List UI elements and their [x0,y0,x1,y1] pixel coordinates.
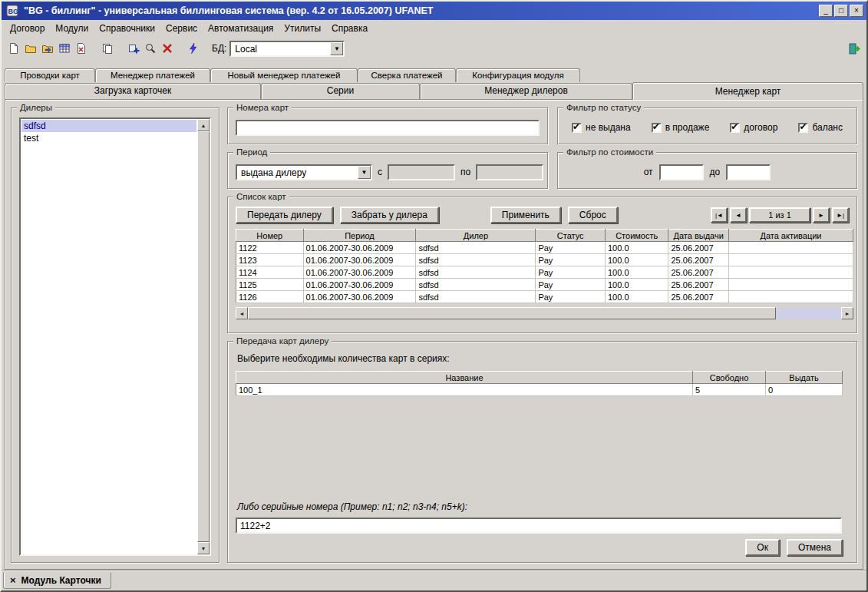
table-cell: 100_1 [236,384,693,396]
new-document-icon[interactable] [6,41,21,56]
column-header[interactable]: Выдать [766,372,843,384]
scroll-left-icon[interactable]: ◄ [236,307,248,319]
period-to-input[interactable] [476,164,543,180]
table-cell: Pay [536,291,606,303]
column-header[interactable]: Стоимость [605,230,668,242]
period-type-value: выдана дилеру [237,166,358,179]
status-checkbox-1[interactable]: ✔не выдана [572,122,631,133]
checkbox-label: договор [744,122,777,133]
table-cell: Pay [536,242,606,254]
chevron-down-icon[interactable]: ▼ [330,42,343,55]
period-from-input[interactable] [388,164,455,180]
serial-numbers-input[interactable] [236,518,842,534]
chevron-down-icon[interactable]: ▼ [358,166,371,179]
add-record-icon[interactable] [126,41,141,56]
tab-r2-4[interactable]: Менеджер карт [632,82,863,100]
find-edit-icon[interactable] [143,41,158,56]
menu-item-3[interactable]: Справочники [94,21,160,35]
column-header[interactable]: Дата выдачи [668,230,728,242]
menu-item-5[interactable]: Автоматизация [203,21,279,35]
reset-button[interactable]: Сброс [568,207,618,223]
module-tab-cards[interactable]: × Модуль Карточки [3,572,111,589]
tab-r2-2[interactable]: Серии [261,83,420,99]
column-header[interactable]: Номер [236,230,304,242]
previous-page-icon[interactable]: ◄ [730,207,747,223]
list-item[interactable]: sdfsd [21,120,196,132]
table-row[interactable]: 112501.06.2007-30.06.2009sdfsdPay100.025… [236,279,853,291]
check-icon: ✔ [573,121,580,132]
list-item[interactable]: test [21,132,196,144]
dealers-scrollbar[interactable]: ▲ ▼ [197,119,210,554]
delete-document-icon[interactable] [74,41,89,56]
tab-r2-3[interactable]: Менеджер дилеров [420,83,632,99]
table-row[interactable]: 100_150 [236,384,843,396]
minimize-icon[interactable]: _ [819,5,833,17]
title-bar[interactable]: BG "BG - биллинг" - универсальная биллин… [2,2,866,20]
table-cell: 0 [766,384,843,396]
scroll-down-icon[interactable]: ▼ [197,542,210,554]
status-checkbox-2[interactable]: ✔в продаже [652,122,710,133]
tab-r1-3[interactable]: Новый менеджер платежей [210,68,358,82]
db-select[interactable]: Local ▼ [229,41,345,57]
import-folder-icon[interactable] [40,41,55,56]
first-page-icon[interactable]: |◄ [711,207,728,223]
close-icon[interactable]: × [850,5,863,17]
dealers-list[interactable]: sdfsdtest ▲ ▼ [19,117,211,556]
tab-r2-1[interactable]: Загрузка карточек [5,83,261,99]
menu-item-2[interactable]: Модули [50,21,94,35]
column-header[interactable]: Дата активации [728,230,853,242]
table-row[interactable]: 112201.06.2007-30.06.2009sdfsdPay100.025… [236,242,853,254]
menu-item-7[interactable]: Справка [326,21,373,35]
copy-icon[interactable] [100,41,115,56]
delete-record-icon[interactable] [160,41,175,56]
column-header[interactable]: Название [236,372,693,384]
close-module-icon[interactable]: × [10,576,16,585]
table-icon[interactable] [57,41,72,56]
column-header[interactable]: Свободно [693,372,766,384]
next-page-icon[interactable]: ► [813,207,830,223]
tab-r1-1[interactable]: Проводки карт [5,68,95,82]
check-icon: ✔ [799,121,807,132]
cost-to-input[interactable] [726,164,771,180]
table-cell: 100.0 [605,291,668,303]
scrollbar-track[interactable] [776,307,841,319]
tab-r1-2[interactable]: Менеджер платежей [95,68,210,82]
status-checkbox-3[interactable]: ✔договор [730,122,777,133]
take-from-dealer-button[interactable]: Забрать у дилера [340,207,439,223]
column-header[interactable]: Дилер [416,230,536,242]
cards-hscrollbar[interactable]: ◄ ► [236,307,853,319]
cost-from-input[interactable] [659,164,704,180]
db-label: БД: [212,43,226,54]
scrollbar-thumb[interactable] [248,307,776,319]
cancel-button[interactable]: Отмена [787,539,843,556]
table-cell: 1124 [236,266,304,279]
table-cell [728,242,853,254]
dealers-list-items: sdfsdtest [21,119,197,554]
table-row[interactable]: 112401.06.2007-30.06.2009sdfsdPay100.025… [236,266,853,279]
status-checkbox-4[interactable]: ✔баланс [798,122,843,133]
table-row[interactable]: 112601.06.2007-30.06.2009sdfsdPay100.025… [236,291,853,303]
apply-button[interactable]: Применить [490,207,561,223]
menu-item-6[interactable]: Утилиты [279,21,326,35]
scroll-right-icon[interactable]: ► [841,307,853,319]
maximize-icon[interactable]: □ [834,5,848,17]
tab-r1-5[interactable]: Конфигурация модуля [456,68,580,82]
refresh-icon[interactable] [186,41,201,56]
table-row[interactable]: 112301.06.2007-30.06.2009sdfsdPay100.025… [236,254,853,266]
period-type-select[interactable]: выдана дилеру ▼ [236,164,372,180]
ok-button[interactable]: Ок [745,539,780,556]
transfer-to-dealer-button[interactable]: Передать дилеру [236,207,333,223]
check-icon: ✔ [652,121,660,132]
last-page-icon[interactable]: ►| [832,207,849,223]
menu-item-1[interactable]: Договор [5,21,50,35]
table-cell: Pay [536,254,606,266]
scroll-up-icon[interactable]: ▲ [197,119,210,131]
exit-icon[interactable] [847,41,862,56]
menu-item-4[interactable]: Сервис [160,21,203,35]
scrollbar-thumb[interactable] [197,131,210,542]
card-numbers-input[interactable] [236,120,540,136]
tab-r1-4[interactable]: Сверка платежей [358,68,456,82]
column-header[interactable]: Статус [536,230,606,242]
open-folder-icon[interactable] [23,41,38,56]
column-header[interactable]: Период [303,230,416,242]
